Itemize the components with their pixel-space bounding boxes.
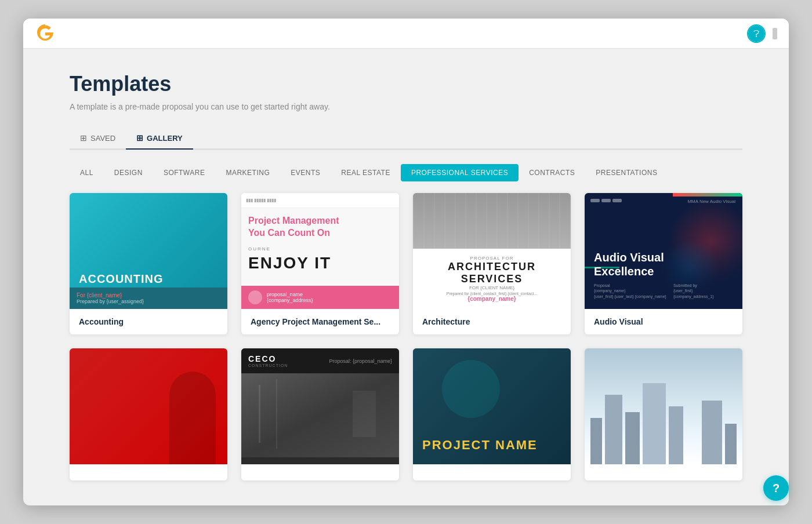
card-accounting-client: For {client_name} — [77, 292, 220, 299]
card-accounting[interactable]: ACCOUNTINGPROPOSAL For {client_name} Pre… — [70, 193, 227, 334]
card-red-label — [70, 464, 227, 481]
section-divider — [70, 150, 742, 150]
page-title: Templates — [70, 72, 742, 96]
card-agency-title-block: Project ManagementYou Can Count On — [241, 208, 399, 246]
card-av-logo-text: MMA New Audio Visual — [687, 199, 735, 204]
page-content: Templates A template is a pre-made propo… — [23, 49, 789, 505]
filter-design[interactable]: DESIGN — [104, 164, 153, 181]
card-arch-content: PROPOSAL FOR ARCHITECTURSERVICES FOR {CL… — [413, 249, 571, 309]
resize-handle — [773, 28, 777, 39]
card-architecture[interactable]: PROPOSAL FOR ARCHITECTURSERVICES FOR {CL… — [413, 193, 571, 334]
floating-help-icon: ? — [773, 482, 780, 495]
tab-gallery-label: GALLERY — [147, 134, 183, 143]
page-subtitle: A template is a pre-made proposal you ca… — [70, 102, 742, 111]
tabs-row: ⊞ SAVED ⊞ GALLERY — [70, 128, 742, 150]
card-city-label — [585, 464, 742, 481]
filter-events[interactable]: EVENTS — [280, 164, 331, 181]
card-project-label — [413, 464, 571, 481]
floating-help-button[interactable]: ? — [763, 475, 789, 501]
card-agency-footer: proposal_name{company_address} — [241, 286, 399, 309]
gallery-icon: ⊞ — [136, 133, 143, 143]
filter-all[interactable]: ALL — [70, 164, 104, 181]
help-button[interactable] — [747, 24, 766, 43]
card-agency-header: ▮▮▮ ▮▮▮▮▮ ▮▮▮▮ — [241, 193, 399, 208]
card-ceco-label — [241, 464, 399, 481]
tab-saved-label: SAVED — [90, 134, 115, 143]
card-av-dots — [590, 199, 622, 202]
tab-gallery[interactable]: ⊞ GALLERY — [126, 128, 193, 150]
browser-window: Templates A template is a pre-made propo… — [23, 19, 789, 505]
saved-icon: ⊞ — [80, 133, 87, 143]
card-ceco-header: CECO CONSTRUCTION Proposal: {proposal_na… — [241, 348, 399, 373]
svg-point-2 — [756, 36, 757, 37]
card-av-accent-top — [673, 193, 742, 196]
card-accounting-prepared: Prepared by {user_assigned} — [77, 299, 220, 304]
card-accounting-footer: For {client_name} Prepared by {user_assi… — [70, 288, 227, 309]
tab-saved[interactable]: ⊞ SAVED — [70, 128, 126, 150]
cards-grid: ACCOUNTINGPROPOSAL For {client_name} Pre… — [70, 193, 742, 481]
browser-controls — [747, 24, 777, 43]
card-audio-visual[interactable]: MMA New Audio Visual Audio VisualExcelle… — [585, 193, 742, 334]
filter-professional-services[interactable]: PROFESSIONAL SERVICES — [401, 164, 519, 181]
card-ceco[interactable]: CECO CONSTRUCTION Proposal: {proposal_na… — [241, 348, 399, 481]
filter-real-estate[interactable]: REAL ESTATE — [331, 164, 401, 181]
card-city[interactable] — [585, 348, 742, 481]
card-project-name[interactable]: PROJECT NAME — [413, 348, 571, 481]
card-agency-label: Agency Project Management Se... — [241, 309, 399, 334]
filter-row: ALL DESIGN SOFTWARE MARKETING EVENTS REA… — [70, 164, 742, 181]
card-agency-pm[interactable]: ▮▮▮ ▮▮▮▮▮ ▮▮▮▮ Project ManagementYou Can… — [241, 193, 399, 334]
card-ceco-image — [241, 373, 399, 457]
filter-marketing[interactable]: MARKETING — [215, 164, 280, 181]
card-project-title: PROJECT NAME — [422, 438, 538, 453]
filter-presentations[interactable]: PRESENTATIONS — [585, 164, 668, 181]
card-av-content: Audio VisualExcellence Proposal{company_… — [585, 241, 742, 309]
card-red[interactable] — [70, 348, 227, 481]
browser-toolbar — [23, 19, 789, 49]
filter-contracts[interactable]: CONTRACTS — [519, 164, 585, 181]
app-logo[interactable] — [35, 22, 56, 45]
card-accounting-label: Accounting — [70, 309, 227, 334]
card-av-label: Audio Visual — [585, 309, 742, 334]
filter-software[interactable]: SOFTWARE — [153, 164, 216, 181]
help-icon — [748, 26, 764, 42]
card-architecture-label: Architecture — [413, 309, 571, 334]
